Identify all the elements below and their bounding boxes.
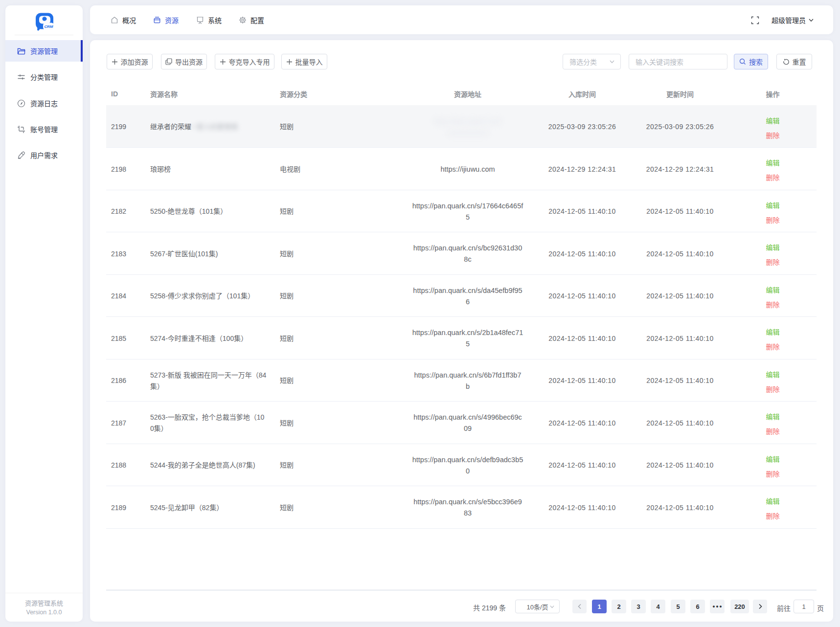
svg-text:CRM: CRM — [44, 24, 53, 29]
